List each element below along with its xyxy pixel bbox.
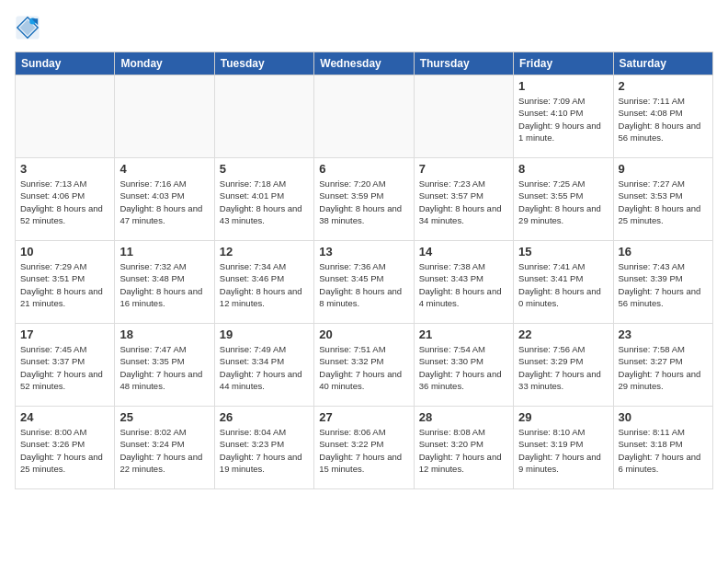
day-info: Sunrise: 7:29 AM Sunset: 3:51 PM Dayligh… bbox=[20, 260, 109, 309]
day-number: 17 bbox=[20, 327, 109, 341]
calendar-cell: 23Sunrise: 7:58 AM Sunset: 3:27 PM Dayli… bbox=[613, 324, 712, 407]
weekday-header: Wednesday bbox=[314, 52, 414, 75]
calendar-cell: 18Sunrise: 7:47 AM Sunset: 3:35 PM Dayli… bbox=[115, 324, 214, 407]
calendar-cell: 6Sunrise: 7:20 AM Sunset: 3:59 PM Daylig… bbox=[314, 158, 414, 241]
calendar-cell: 9Sunrise: 7:27 AM Sunset: 3:53 PM Daylig… bbox=[613, 158, 712, 241]
day-number: 29 bbox=[518, 410, 608, 424]
day-number: 7 bbox=[419, 162, 508, 176]
day-number: 21 bbox=[419, 327, 508, 341]
day-number: 24 bbox=[20, 410, 109, 424]
day-info: Sunrise: 8:10 AM Sunset: 3:19 PM Dayligh… bbox=[518, 426, 608, 475]
calendar-cell: 14Sunrise: 7:38 AM Sunset: 3:43 PM Dayli… bbox=[414, 241, 513, 324]
calendar-cell: 12Sunrise: 7:34 AM Sunset: 3:46 PM Dayli… bbox=[214, 241, 313, 324]
logo bbox=[15, 15, 44, 40]
calendar-cell: 21Sunrise: 7:54 AM Sunset: 3:30 PM Dayli… bbox=[414, 324, 513, 407]
day-info: Sunrise: 8:11 AM Sunset: 3:18 PM Dayligh… bbox=[619, 426, 708, 475]
day-info: Sunrise: 7:27 AM Sunset: 3:53 PM Dayligh… bbox=[619, 178, 708, 226]
day-info: Sunrise: 7:34 AM Sunset: 3:46 PM Dayligh… bbox=[220, 260, 309, 309]
day-info: Sunrise: 7:51 AM Sunset: 3:32 PM Dayligh… bbox=[319, 343, 408, 392]
day-number: 1 bbox=[518, 79, 608, 93]
day-number: 4 bbox=[119, 162, 209, 176]
calendar-cell: 29Sunrise: 8:10 AM Sunset: 3:19 PM Dayli… bbox=[514, 407, 613, 489]
day-info: Sunrise: 8:08 AM Sunset: 3:20 PM Dayligh… bbox=[419, 426, 508, 475]
day-number: 13 bbox=[319, 245, 408, 259]
calendar-cell: 13Sunrise: 7:36 AM Sunset: 3:45 PM Dayli… bbox=[314, 241, 414, 324]
logo-icon bbox=[15, 15, 40, 40]
calendar-week-row: 10Sunrise: 7:29 AM Sunset: 3:51 PM Dayli… bbox=[16, 241, 713, 324]
day-number: 5 bbox=[220, 162, 309, 176]
calendar-cell: 8Sunrise: 7:25 AM Sunset: 3:55 PM Daylig… bbox=[514, 158, 613, 241]
day-number: 20 bbox=[319, 327, 408, 341]
calendar-cell: 22Sunrise: 7:56 AM Sunset: 3:29 PM Dayli… bbox=[514, 324, 613, 407]
calendar-cell: 20Sunrise: 7:51 AM Sunset: 3:32 PM Dayli… bbox=[314, 324, 414, 407]
day-info: Sunrise: 7:18 AM Sunset: 4:01 PM Dayligh… bbox=[220, 178, 309, 226]
calendar-week-row: 17Sunrise: 7:45 AM Sunset: 3:37 PM Dayli… bbox=[16, 324, 713, 407]
day-info: Sunrise: 7:54 AM Sunset: 3:30 PM Dayligh… bbox=[419, 343, 508, 392]
day-info: Sunrise: 7:47 AM Sunset: 3:35 PM Dayligh… bbox=[119, 343, 209, 392]
calendar-cell: 25Sunrise: 8:02 AM Sunset: 3:24 PM Dayli… bbox=[115, 407, 214, 489]
calendar-cell: 27Sunrise: 8:06 AM Sunset: 3:22 PM Dayli… bbox=[314, 407, 414, 489]
day-info: Sunrise: 7:25 AM Sunset: 3:55 PM Dayligh… bbox=[518, 178, 608, 226]
day-info: Sunrise: 7:23 AM Sunset: 3:57 PM Dayligh… bbox=[419, 178, 508, 226]
calendar-cell: 30Sunrise: 8:11 AM Sunset: 3:18 PM Dayli… bbox=[613, 407, 712, 489]
weekday-header: Monday bbox=[115, 52, 214, 75]
calendar-cell: 10Sunrise: 7:29 AM Sunset: 3:51 PM Dayli… bbox=[16, 241, 115, 324]
day-info: Sunrise: 7:45 AM Sunset: 3:37 PM Dayligh… bbox=[20, 343, 109, 392]
calendar-cell: 4Sunrise: 7:16 AM Sunset: 4:03 PM Daylig… bbox=[115, 158, 214, 241]
calendar-cell: 3Sunrise: 7:13 AM Sunset: 4:06 PM Daylig… bbox=[16, 158, 115, 241]
calendar-cell bbox=[115, 75, 214, 158]
calendar-cell: 7Sunrise: 7:23 AM Sunset: 3:57 PM Daylig… bbox=[414, 158, 513, 241]
calendar-cell: 17Sunrise: 7:45 AM Sunset: 3:37 PM Dayli… bbox=[16, 324, 115, 407]
day-info: Sunrise: 7:56 AM Sunset: 3:29 PM Dayligh… bbox=[518, 343, 608, 392]
day-number: 26 bbox=[220, 410, 309, 424]
calendar-header-row: SundayMondayTuesdayWednesdayThursdayFrid… bbox=[16, 52, 713, 75]
day-info: Sunrise: 7:41 AM Sunset: 3:41 PM Dayligh… bbox=[518, 260, 608, 309]
calendar-cell: 5Sunrise: 7:18 AM Sunset: 4:01 PM Daylig… bbox=[214, 158, 313, 241]
day-info: Sunrise: 7:49 AM Sunset: 3:34 PM Dayligh… bbox=[220, 343, 309, 392]
calendar-cell bbox=[314, 75, 414, 158]
calendar-cell bbox=[214, 75, 313, 158]
day-number: 10 bbox=[20, 245, 109, 259]
calendar-cell: 11Sunrise: 7:32 AM Sunset: 3:48 PM Dayli… bbox=[115, 241, 214, 324]
day-info: Sunrise: 7:09 AM Sunset: 4:10 PM Dayligh… bbox=[518, 95, 608, 144]
weekday-header: Saturday bbox=[613, 52, 712, 75]
calendar-week-row: 3Sunrise: 7:13 AM Sunset: 4:06 PM Daylig… bbox=[16, 158, 713, 241]
day-info: Sunrise: 8:00 AM Sunset: 3:26 PM Dayligh… bbox=[20, 426, 109, 475]
day-number: 9 bbox=[619, 162, 708, 176]
calendar-cell: 26Sunrise: 8:04 AM Sunset: 3:23 PM Dayli… bbox=[214, 407, 313, 489]
day-number: 27 bbox=[319, 410, 408, 424]
day-number: 30 bbox=[619, 410, 708, 424]
day-info: Sunrise: 7:20 AM Sunset: 3:59 PM Dayligh… bbox=[319, 178, 408, 226]
page-header bbox=[15, 15, 713, 40]
day-number: 28 bbox=[419, 410, 508, 424]
day-number: 23 bbox=[619, 327, 708, 341]
calendar-cell: 2Sunrise: 7:11 AM Sunset: 4:08 PM Daylig… bbox=[613, 75, 712, 158]
day-info: Sunrise: 7:38 AM Sunset: 3:43 PM Dayligh… bbox=[419, 260, 508, 309]
day-info: Sunrise: 7:13 AM Sunset: 4:06 PM Dayligh… bbox=[20, 178, 109, 226]
day-info: Sunrise: 7:11 AM Sunset: 4:08 PM Dayligh… bbox=[619, 95, 708, 144]
weekday-header: Sunday bbox=[16, 52, 115, 75]
day-number: 19 bbox=[220, 327, 309, 341]
weekday-header: Thursday bbox=[414, 52, 513, 75]
day-info: Sunrise: 8:02 AM Sunset: 3:24 PM Dayligh… bbox=[119, 426, 209, 475]
weekday-header: Friday bbox=[514, 52, 613, 75]
day-info: Sunrise: 7:58 AM Sunset: 3:27 PM Dayligh… bbox=[619, 343, 708, 392]
day-info: Sunrise: 8:04 AM Sunset: 3:23 PM Dayligh… bbox=[220, 426, 309, 475]
calendar-cell bbox=[16, 75, 115, 158]
calendar-week-row: 24Sunrise: 8:00 AM Sunset: 3:26 PM Dayli… bbox=[16, 407, 713, 489]
calendar-body: 1Sunrise: 7:09 AM Sunset: 4:10 PM Daylig… bbox=[16, 75, 713, 489]
day-number: 6 bbox=[319, 162, 408, 176]
day-number: 18 bbox=[119, 327, 209, 341]
calendar-cell: 24Sunrise: 8:00 AM Sunset: 3:26 PM Dayli… bbox=[16, 407, 115, 489]
day-info: Sunrise: 7:36 AM Sunset: 3:45 PM Dayligh… bbox=[319, 260, 408, 309]
day-number: 15 bbox=[518, 245, 608, 259]
calendar: SundayMondayTuesdayWednesdayThursdayFrid… bbox=[15, 52, 713, 489]
day-number: 3 bbox=[20, 162, 109, 176]
day-number: 25 bbox=[119, 410, 209, 424]
calendar-cell: 15Sunrise: 7:41 AM Sunset: 3:41 PM Dayli… bbox=[514, 241, 613, 324]
day-number: 2 bbox=[619, 79, 708, 93]
day-info: Sunrise: 7:16 AM Sunset: 4:03 PM Dayligh… bbox=[119, 178, 209, 226]
day-number: 22 bbox=[518, 327, 608, 341]
day-number: 16 bbox=[619, 245, 708, 259]
day-number: 12 bbox=[220, 245, 309, 259]
